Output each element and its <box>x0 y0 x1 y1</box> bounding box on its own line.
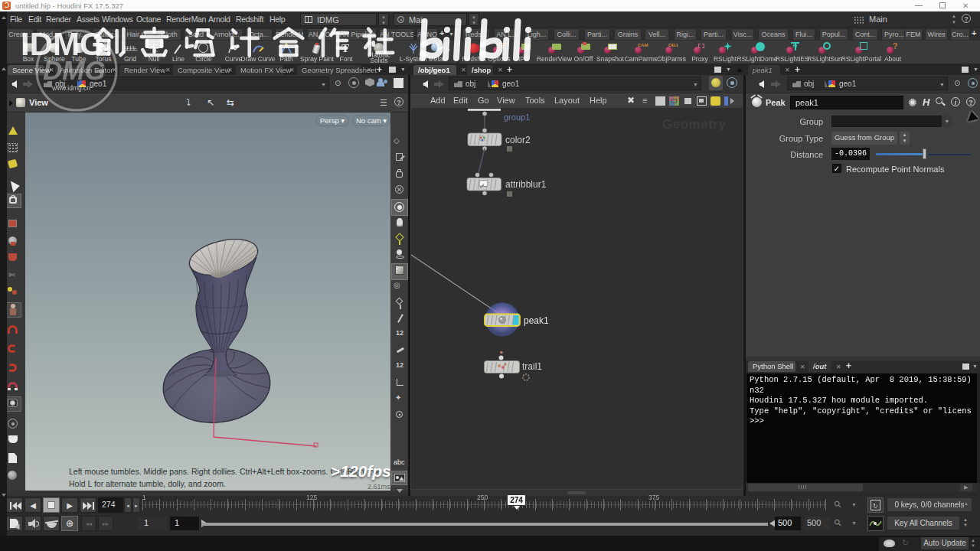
svg-text:peak1: peak1 <box>524 315 549 326</box>
svg-text:color2: color2 <box>505 135 531 145</box>
svg-text:attribblur1: attribblur1 <box>505 179 547 190</box>
svg-text:trail1: trail1 <box>522 361 542 372</box>
svg-text:group1: group1 <box>504 112 530 122</box>
